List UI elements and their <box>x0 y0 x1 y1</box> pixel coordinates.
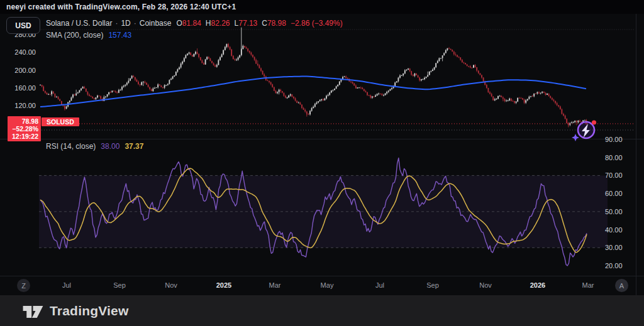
candle <box>424 78 425 79</box>
candle <box>478 71 479 73</box>
candle <box>431 71 432 72</box>
candle <box>383 95 384 96</box>
candle <box>288 95 289 97</box>
sma-indicator-label: SMA (200, close) <box>46 31 103 40</box>
candle <box>56 97 57 97</box>
candle <box>213 63 214 65</box>
bar-countdown: 12:19:22 <box>9 133 38 140</box>
candle <box>262 71 264 75</box>
candle <box>514 101 515 103</box>
candle <box>79 90 80 93</box>
candle <box>304 110 306 112</box>
candle <box>239 55 240 58</box>
candle <box>206 57 208 60</box>
candle <box>105 97 106 97</box>
change-value: −2.86 (−3.49%) <box>291 19 343 28</box>
candle <box>251 53 252 55</box>
candle <box>439 58 440 62</box>
candle <box>419 77 420 80</box>
candle <box>274 87 275 91</box>
candle <box>184 58 185 62</box>
chart-area[interactable]: 280.00240.00200.00160.00120.0090.0080.00… <box>0 14 644 295</box>
symbol-legend-row[interactable]: Solana / U.S. Dollar · 1D · Coinbase O81… <box>46 18 343 28</box>
time-axis[interactable]: JulSepNov2025MarMayJulSepNov2026Mar <box>62 281 594 289</box>
candle <box>86 89 87 92</box>
candle <box>296 101 297 103</box>
candle <box>298 102 299 103</box>
rsi-indicator-label: RSI (14, close) <box>46 142 96 151</box>
auto-scale-button[interactable]: A <box>615 279 628 292</box>
price-axis-label: 240.00 <box>14 48 36 56</box>
candle <box>249 51 250 52</box>
candle <box>460 57 461 60</box>
sma-line <box>40 77 586 107</box>
chart-legend: Solana / U.S. Dollar · 1D · Coinbase O81… <box>46 18 343 40</box>
candle <box>491 94 492 96</box>
candle <box>396 81 397 82</box>
candle <box>391 88 392 89</box>
candle <box>516 102 517 103</box>
candle <box>555 101 556 104</box>
candle <box>295 98 296 101</box>
candle <box>282 91 283 92</box>
price-axis[interactable]: 280.00240.00200.00160.00120.00 <box>14 31 36 109</box>
candle <box>404 70 406 73</box>
candle <box>110 92 111 93</box>
candle <box>519 98 520 99</box>
sma-legend-row[interactable]: SMA (200, close) 157.43 <box>46 30 343 40</box>
candle <box>334 89 335 90</box>
candle <box>488 88 489 92</box>
candle <box>350 82 352 82</box>
candle <box>563 114 564 116</box>
rsi-axis[interactable]: 90.0080.0070.0060.0050.0040.0030.0020.00 <box>605 136 623 269</box>
candle <box>399 75 401 78</box>
candle <box>442 55 443 58</box>
candle <box>64 106 65 109</box>
time-axis-month-label: Sep <box>113 281 126 289</box>
candle <box>300 102 301 104</box>
candle <box>120 90 121 90</box>
candle <box>136 80 138 82</box>
time-axis-month-label: Sep <box>426 281 439 289</box>
candle <box>235 59 236 60</box>
candle <box>347 78 348 79</box>
candle <box>125 85 126 86</box>
candle <box>255 60 257 63</box>
candle <box>432 70 433 71</box>
candle <box>309 111 311 115</box>
rsi-legend-row[interactable]: RSI (14, close) 38.00 37.37 <box>46 142 143 151</box>
candle <box>89 95 90 96</box>
rsi-ma-value: 37.37 <box>125 142 143 151</box>
candle <box>131 76 133 79</box>
candle <box>82 87 84 89</box>
candle <box>522 98 523 99</box>
candle <box>208 57 209 58</box>
candle <box>61 101 62 104</box>
boost-icon[interactable] <box>570 116 601 146</box>
time-axis-year-label: 2025 <box>216 281 231 289</box>
currency-toggle-button[interactable]: USD <box>6 17 40 34</box>
footer-bar: TradingView <box>0 295 644 326</box>
separator-dot: · <box>134 19 136 28</box>
candle <box>87 92 89 94</box>
rsi-axis-label: 70.00 <box>605 171 623 179</box>
change-percent: −52.28% <box>9 125 38 133</box>
low-value: 77.13 <box>238 19 257 28</box>
candle <box>483 77 484 81</box>
candle <box>205 60 206 65</box>
candle <box>344 77 345 77</box>
candle <box>170 79 172 80</box>
candle <box>525 101 526 103</box>
candle <box>408 68 409 70</box>
candle <box>161 85 162 87</box>
candle <box>457 55 458 57</box>
timezone-button[interactable]: Z <box>17 279 30 292</box>
candle <box>75 94 77 95</box>
candle <box>107 94 108 96</box>
candle <box>540 93 541 94</box>
candle <box>284 93 285 96</box>
candle <box>504 99 506 101</box>
candle <box>480 73 481 75</box>
candle <box>182 62 183 63</box>
chart-canvas[interactable]: 280.00240.00200.00160.00120.0090.0080.00… <box>0 14 644 295</box>
